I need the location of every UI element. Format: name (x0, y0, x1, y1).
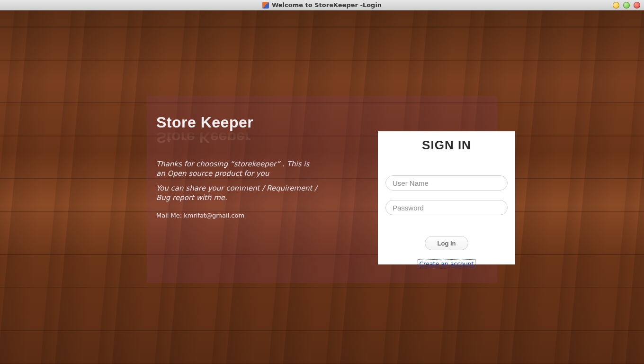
login-button[interactable]: Log In (425, 236, 468, 250)
create-account-link[interactable]: Create an account (418, 259, 476, 268)
close-button[interactable] (634, 2, 640, 9)
mail-line: Mail Me: kmrifat@gmail.com (156, 212, 317, 219)
signin-heading: SIGN IN (385, 138, 508, 153)
username-input[interactable] (385, 175, 508, 191)
window-title: Welcome to StoreKeeper -Login (272, 1, 382, 9)
minimize-button[interactable] (613, 2, 619, 9)
intro-line-1: Thanks for choosing “storekeeper” . This… (156, 159, 317, 179)
password-input[interactable] (385, 200, 508, 215)
signin-card: SIGN IN Log In Create an account (378, 131, 515, 264)
desktop-background: Store Keeper Store Keeper Thanks for cho… (0, 10, 644, 364)
brand-title-reflection: Store Keeper (156, 128, 317, 146)
maximize-button[interactable] (623, 2, 630, 9)
window-titlebar: Welcome to StoreKeeper -Login (0, 0, 644, 10)
app-icon (262, 2, 269, 9)
info-column: Store Keeper Store Keeper Thanks for cho… (156, 114, 317, 219)
mail-address: kmrifat@gmail.com (184, 212, 244, 219)
intro-text: Thanks for choosing “storekeeper” . This… (156, 159, 317, 202)
intro-line-2: You can share your comment / Requirement… (156, 183, 317, 203)
window-controls (613, 2, 640, 9)
login-panel: Store Keeper Store Keeper Thanks for cho… (147, 96, 497, 283)
mail-label: Mail Me: (156, 212, 184, 219)
